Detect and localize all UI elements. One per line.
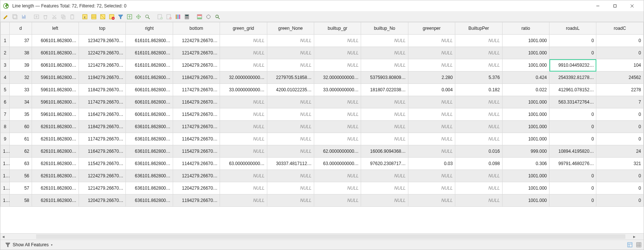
table-row[interactable]: 339606101.862800…1214279.26670…616101.86…: [1, 59, 644, 72]
table-cell[interactable]: 1164279.26670…: [173, 96, 220, 108]
table-cell[interactable]: 1204279.26670…: [79, 194, 125, 207]
table-cell[interactable]: NULL: [361, 47, 408, 59]
table-cell[interactable]: 9910.04459232…: [549, 59, 596, 72]
table-cell[interactable]: NULL: [267, 35, 314, 47]
table-cell[interactable]: NULL: [408, 96, 455, 108]
table-cell[interactable]: NULL: [267, 194, 314, 207]
table-cell[interactable]: 0.016: [455, 145, 502, 158]
table-cell[interactable]: 37: [10, 35, 32, 47]
table-cell[interactable]: NULL: [314, 194, 361, 207]
table-cell[interactable]: NULL: [267, 170, 314, 182]
table-cell[interactable]: 4200.01022235…: [267, 84, 314, 96]
table-cell[interactable]: NULL: [455, 182, 502, 194]
column-header[interactable]: green_None: [267, 22, 314, 35]
table-cell[interactable]: 35: [10, 108, 32, 121]
new-field-button[interactable]: [156, 13, 164, 21]
row-number-cell[interactable]: 9: [1, 133, 10, 145]
table-cell[interactable]: NULL: [220, 121, 267, 133]
table-cell[interactable]: NULL: [455, 59, 502, 72]
table-cell[interactable]: NULL: [455, 133, 502, 145]
row-number-cell[interactable]: 5: [1, 84, 10, 96]
table-cell[interactable]: 1001.000: [502, 121, 549, 133]
table-cell[interactable]: 181807.022038…: [361, 84, 408, 96]
organize-columns-button[interactable]: [174, 13, 182, 21]
table-cell[interactable]: 636101.862800…: [126, 194, 173, 207]
table-cell[interactable]: 626101.862800…: [32, 182, 79, 194]
table-cell[interactable]: NULL: [408, 59, 455, 72]
close-button[interactable]: [624, 0, 641, 12]
table-cell[interactable]: 1001.000: [502, 47, 549, 59]
table-cell[interactable]: NULL: [408, 182, 455, 194]
table-cell[interactable]: NULL: [267, 145, 314, 158]
table-cell[interactable]: 2279705.51858…: [267, 72, 314, 84]
table-cell[interactable]: 38: [10, 47, 32, 59]
table-cell[interactable]: NULL: [314, 35, 361, 47]
zoom-to-selected-button[interactable]: [143, 13, 152, 21]
column-header[interactable]: bottom: [173, 22, 220, 35]
row-number-cell[interactable]: 10: [1, 145, 10, 158]
table-cell[interactable]: 0.022: [502, 84, 549, 96]
actions-button[interactable]: [204, 13, 213, 21]
table-cell[interactable]: 30337.4817112…: [267, 158, 314, 170]
table-cell[interactable]: NULL: [361, 96, 408, 108]
table-cell[interactable]: 0.098: [455, 158, 502, 170]
table-cell[interactable]: 0: [596, 121, 644, 133]
table-row[interactable]: 1062626101.862800…1164279.26670…636101.8…: [1, 145, 644, 158]
table-cell[interactable]: 63.0000000000…: [314, 158, 361, 170]
table-cell[interactable]: NULL: [314, 182, 361, 194]
table-cell[interactable]: NULL: [408, 145, 455, 158]
table-cell[interactable]: 39: [10, 59, 32, 72]
save-edits-button[interactable]: [20, 13, 28, 21]
table-cell[interactable]: 0: [596, 170, 644, 182]
row-number-cell[interactable]: 6: [1, 96, 10, 108]
conditional-formatting-button[interactable]: [195, 13, 204, 21]
table-cell[interactable]: 57: [10, 182, 32, 194]
table-cell[interactable]: 1204279.26670…: [173, 59, 220, 72]
row-number-cell[interactable]: 13: [1, 182, 10, 194]
table-cell[interactable]: 1214279.26670…: [79, 59, 125, 72]
table-cell[interactable]: NULL: [220, 47, 267, 59]
column-header[interactable]: d: [10, 22, 32, 35]
column-header[interactable]: roadC: [596, 22, 644, 35]
table-cell[interactable]: 99791.4680276…: [549, 158, 596, 170]
table-row[interactable]: 634596101.862800…1174279.26670…606101.86…: [1, 96, 644, 108]
table-cell[interactable]: 1214279.26670…: [173, 170, 220, 182]
paste-button[interactable]: [68, 13, 76, 21]
invert-selection-button[interactable]: [99, 13, 107, 21]
table-cell[interactable]: NULL: [220, 133, 267, 145]
table-cell[interactable]: NULL: [220, 96, 267, 108]
table-cell[interactable]: 1001.000: [502, 194, 549, 207]
table-cell[interactable]: 626101.862800…: [32, 158, 79, 170]
table-cell[interactable]: NULL: [314, 121, 361, 133]
row-number-cell[interactable]: 1: [1, 35, 10, 47]
table-cell[interactable]: NULL: [314, 170, 361, 182]
table-cell[interactable]: 1194279.26670…: [173, 194, 220, 207]
table-cell[interactable]: NULL: [361, 194, 408, 207]
table-cell[interactable]: NULL: [220, 182, 267, 194]
table-cell[interactable]: NULL: [314, 108, 361, 121]
table-cell[interactable]: 1224279.26670…: [79, 47, 125, 59]
select-by-expression-button[interactable]: ε: [81, 13, 89, 21]
maximize-button[interactable]: [606, 0, 624, 12]
table-cell[interactable]: NULL: [267, 96, 314, 108]
row-number-cell[interactable]: 4: [1, 72, 10, 84]
add-feature-button[interactable]: [32, 13, 41, 21]
table-cell[interactable]: 616101.862800…: [126, 59, 173, 72]
table-cell[interactable]: 24: [596, 145, 644, 158]
form-view-button[interactable]: [627, 241, 633, 248]
table-cell[interactable]: 0: [596, 133, 644, 145]
reload-button[interactable]: [213, 13, 221, 21]
table-cell[interactable]: 1144279.26670…: [173, 158, 220, 170]
table-cell[interactable]: 5375903.80809…: [361, 72, 408, 84]
table-cell[interactable]: 34: [10, 96, 32, 108]
table-cell[interactable]: 563.331472764…: [549, 96, 596, 108]
table-row[interactable]: 1458626101.862800…1204279.26670…636101.8…: [1, 194, 644, 207]
table-cell[interactable]: 60: [10, 121, 32, 133]
table-cell[interactable]: 626101.862800…: [32, 145, 79, 158]
table-view-button[interactable]: [635, 241, 642, 248]
row-number-cell[interactable]: 7: [1, 108, 10, 121]
row-number-cell[interactable]: 12: [1, 170, 10, 182]
table-cell[interactable]: 596101.862800…: [32, 84, 79, 96]
table-cell[interactable]: NULL: [220, 35, 267, 47]
pan-to-selected-button[interactable]: [134, 13, 143, 21]
